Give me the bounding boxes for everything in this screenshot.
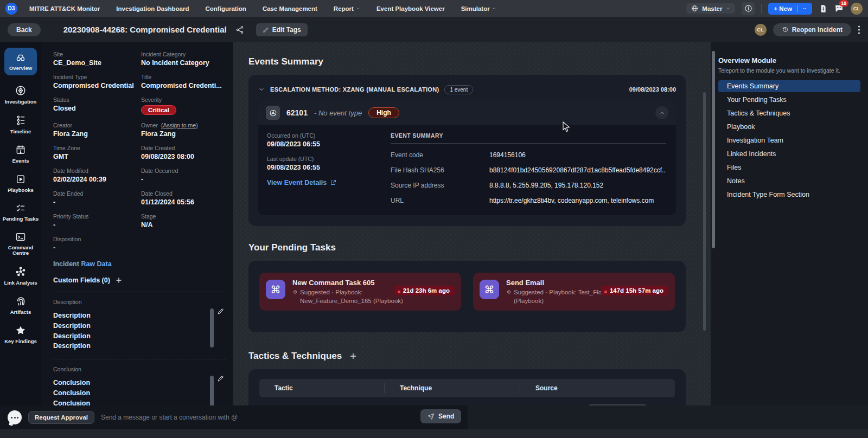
task-card-new-command[interactable]: ⌘ New Command Task 605 Suggested · Playb… xyxy=(259,273,461,311)
nav-item-event-playbook-viewer[interactable]: Event Playbook Viewer xyxy=(376,5,445,12)
document-icon[interactable] xyxy=(819,4,827,14)
field-site: SiteCE_Demo_Site xyxy=(53,51,139,67)
description-scrollbar[interactable] xyxy=(210,308,214,347)
edit-conclusion-icon[interactable] xyxy=(217,375,225,382)
request-approval-button[interactable]: Request Approval xyxy=(28,411,94,424)
source-ip-value: 8.8.8.8, 5.255.99.205, 195.178.120.152 xyxy=(489,182,666,189)
add-icon[interactable] xyxy=(116,277,122,284)
module-rail: Overview Investigation Timeline Events P… xyxy=(0,42,41,405)
user-avatar[interactable]: CL xyxy=(851,3,863,15)
divider xyxy=(391,143,666,144)
field-creator: CreatorFlora Zang xyxy=(53,122,139,138)
description-block: Description Description Description Desc… xyxy=(53,299,226,351)
module-link-notes[interactable]: Notes xyxy=(718,175,860,187)
edit-description-icon[interactable] xyxy=(217,307,225,315)
terminal-icon xyxy=(15,231,27,242)
module-link-investigation-team[interactable]: Investigation Team xyxy=(718,134,860,146)
paper-plane-icon xyxy=(427,413,435,420)
module-link-tactics[interactable]: Tactics & Techniques xyxy=(718,107,860,119)
module-link-incident-type-form[interactable]: Incident Type Form Section xyxy=(718,189,860,201)
view-event-details-link[interactable]: View Event Details xyxy=(267,179,391,186)
module-link-playbook[interactable]: Playbook xyxy=(718,121,860,133)
task-meta: Suggested · Playbook: New_Feature_Demo_1… xyxy=(300,288,407,305)
rail-item-pending-tasks[interactable]: Pending Tasks xyxy=(2,203,40,222)
nav-item-investigation-dashboard[interactable]: Investigation Dashboard xyxy=(116,5,189,12)
overview-module-title: Overview Module xyxy=(718,56,860,65)
kebab-menu-icon[interactable] xyxy=(858,25,860,35)
column-tactic: Tactic xyxy=(259,384,384,392)
task-card-send-email[interactable]: ⌘ Send Email Suggested · Playbook: Test_… xyxy=(473,273,675,311)
rail-item-investigation[interactable]: Investigation xyxy=(2,85,40,105)
nav-item-report[interactable]: Report xyxy=(334,5,360,12)
chevron-down-icon[interactable] xyxy=(258,86,265,93)
bottom-strip xyxy=(0,429,868,438)
rail-item-events[interactable]: Events xyxy=(2,144,40,164)
module-link-pending-tasks[interactable]: Your Pending Tasks xyxy=(718,94,860,106)
chevron-up-icon xyxy=(659,110,665,116)
escalation-method-title: ESCALATION METHOD: XZANG (MANUAL ESCALAT… xyxy=(270,86,439,93)
chat-bubble-icon[interactable] xyxy=(8,410,22,424)
cube-icon xyxy=(269,109,277,117)
module-link-events-summary[interactable]: Events Summary xyxy=(718,80,860,92)
collapse-event-button[interactable] xyxy=(655,106,668,119)
assign-to-me-link[interactable]: (Assign to me) xyxy=(161,122,198,128)
occurred-value: 09/08/2023 06:55 xyxy=(267,140,391,148)
rail-item-timeline[interactable]: Timeline xyxy=(2,114,40,135)
event-code-value: 1694156106 xyxy=(489,151,666,159)
nav-item-mitre[interactable]: MITRE ATT&CK Monitor xyxy=(29,5,100,12)
nav-item-simulator[interactable]: Simulator xyxy=(461,5,496,12)
rail-item-playbooks[interactable]: Playbooks xyxy=(2,173,40,194)
conclusion-scrollbar[interactable] xyxy=(210,376,214,405)
events-summary-heading: Events Summary xyxy=(248,56,711,67)
back-button[interactable]: Back xyxy=(8,23,41,36)
environment-selector[interactable]: Master xyxy=(686,3,735,14)
d3-logo[interactable]: D3 xyxy=(5,3,17,15)
rail-item-key-findings[interactable]: Key Findings xyxy=(2,325,40,345)
last-update-label: Last update (UTC) xyxy=(267,156,391,162)
incident-header-bar: Back 20230908-44268: Compromised Credent… xyxy=(0,17,868,42)
events-summary-card: ESCALATION METHOD: XZANG (MANUAL ESCALAT… xyxy=(248,75,686,226)
field-incident-type: Incident TypeCompromised Credential xyxy=(53,74,139,89)
divider xyxy=(53,359,226,359)
rail-item-artifacts[interactable]: Artifacts xyxy=(2,295,40,315)
mouse-cursor xyxy=(563,121,571,132)
info-button[interactable] xyxy=(742,2,755,15)
panel-scrollbar[interactable] xyxy=(712,51,715,248)
module-link-linked-incidents[interactable]: Linked Incidents xyxy=(718,148,860,160)
rail-item-overview[interactable]: Overview xyxy=(4,48,37,75)
main-scrollbar[interactable] xyxy=(703,92,706,331)
new-button[interactable]: + New xyxy=(768,3,812,15)
event-type-icon-button[interactable] xyxy=(266,106,280,120)
event-box: 62101 - No event type High Occurred on (… xyxy=(258,101,676,215)
network-graph-icon xyxy=(15,266,27,278)
rail-item-command-centre[interactable]: Command Centre xyxy=(2,231,40,257)
add-tactic-icon[interactable] xyxy=(349,352,357,360)
escalation-date: 09/08/2023 08:00 xyxy=(629,86,676,93)
globe-icon xyxy=(691,5,698,12)
checklist-icon xyxy=(15,203,27,214)
send-button[interactable]: Send xyxy=(420,409,461,423)
rail-item-link-analysis[interactable]: Link Analysis xyxy=(2,266,40,286)
notification-badge: 18 xyxy=(839,0,848,7)
incident-raw-data-link[interactable]: Incident Raw Data xyxy=(53,260,226,268)
compass-icon xyxy=(15,85,27,96)
module-link-files[interactable]: Files xyxy=(718,162,860,173)
history-icon xyxy=(782,26,789,33)
timeline-icon xyxy=(15,114,26,126)
command-icon: ⌘ xyxy=(266,280,285,299)
notifications-button[interactable]: 18 xyxy=(834,4,844,13)
tactics-heading: Tactics & Techniques xyxy=(248,351,342,362)
nav-item-configuration[interactable]: Configuration xyxy=(206,5,246,12)
star-icon xyxy=(15,325,27,336)
field-stage: StageN/A xyxy=(141,213,226,229)
chevron-down-icon xyxy=(492,7,496,11)
nav-item-case-management[interactable]: Case Management xyxy=(263,5,317,12)
message-input[interactable] xyxy=(101,414,460,421)
share-icon[interactable] xyxy=(235,25,244,34)
event-summary-title: EVENT SUMMARY xyxy=(391,132,666,139)
edit-tags-button[interactable]: Edit Tags xyxy=(256,23,308,36)
reopen-incident-button[interactable]: Reopen Incident xyxy=(773,23,851,36)
task-age-badge: 147d 15h 57m ago xyxy=(601,286,668,295)
calendar-alert-icon xyxy=(15,144,26,156)
overview-module-subtitle: Teleport to the module you want to inves… xyxy=(718,67,860,74)
